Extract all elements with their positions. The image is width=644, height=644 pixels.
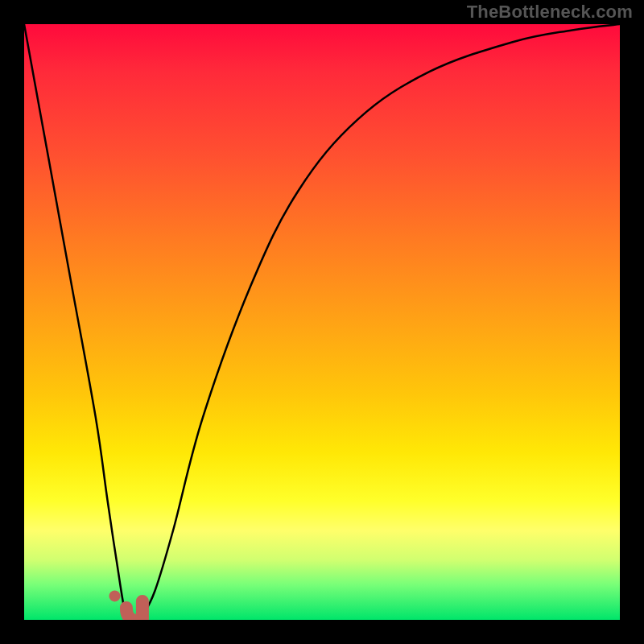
marker-dot-icon — [109, 590, 121, 601]
bottleneck-curve — [24, 24, 620, 619]
curve-svg — [24, 24, 620, 620]
marker-group — [109, 590, 142, 620]
chart-container: TheBottleneck.com — [0, 0, 644, 644]
watermark-text: TheBottleneck.com — [467, 2, 633, 23]
plot-area — [24, 24, 620, 620]
marker-j-icon — [126, 601, 142, 620]
